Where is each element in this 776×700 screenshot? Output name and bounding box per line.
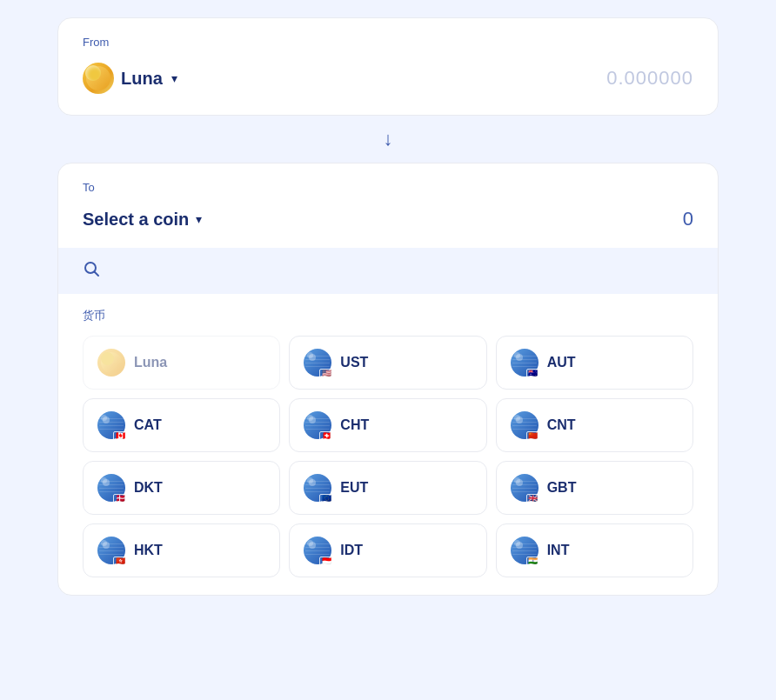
coin-item-hkt[interactable]: 🇭🇰 HKT	[83, 523, 280, 577]
currency-section: 货币 Luna 🇺🇸 UST	[58, 294, 718, 595]
coin-item-gbt[interactable]: 🇬🇧 GBT	[496, 461, 693, 515]
swap-arrow-container[interactable]: ↓	[57, 116, 719, 163]
coin-name-hkt: HKT	[134, 543, 163, 558]
coin-name-ust: UST	[340, 355, 368, 370]
from-label: From	[83, 36, 693, 49]
coin-name-cat: CAT	[134, 417, 162, 433]
coin-item-dkt[interactable]: 🇩🇰 DKT	[83, 461, 280, 515]
coin-icon-aut: 🇦🇺	[511, 349, 539, 377]
coin-icon-luna	[97, 349, 125, 377]
coin-icon-hkt: 🇭🇰	[97, 537, 125, 564]
coin-name-cht: CHT	[340, 417, 369, 433]
coin-item-ust[interactable]: 🇺🇸 UST	[289, 336, 486, 390]
coin-name-idt: IDT	[340, 543, 363, 558]
coin-name-dkt: DKT	[134, 480, 163, 496]
search-input[interactable]	[110, 263, 693, 279]
coin-name-gbt: GBT	[547, 480, 577, 496]
coin-item-cnt[interactable]: 🇨🇳 CNT	[496, 398, 693, 452]
search-bar	[58, 248, 718, 294]
search-icon	[83, 260, 100, 282]
to-top-section: To Select a coin ▾ 0	[58, 163, 718, 248]
coin-item-aut[interactable]: 🇦🇺 AUT	[496, 336, 693, 390]
coin-icon-cnt: 🇨🇳	[511, 411, 539, 439]
from-coin-name: Luna	[121, 69, 163, 89]
coin-icon-ust: 🇺🇸	[304, 349, 331, 377]
to-card: To Select a coin ▾ 0 货币	[57, 163, 719, 596]
to-coin-row: Select a coin ▾ 0	[83, 208, 693, 230]
coin-name-int: INT	[547, 543, 570, 558]
from-amount[interactable]: 0.000000	[606, 67, 693, 90]
svg-line-1	[95, 272, 99, 277]
to-amount: 0	[683, 208, 693, 230]
select-coin-text: Select a coin	[83, 210, 189, 230]
down-arrow-icon: ↓	[384, 128, 393, 150]
coin-item-idt[interactable]: 🇮🇩 IDT	[289, 523, 486, 577]
from-dropdown-arrow[interactable]: ▾	[171, 71, 177, 85]
coin-item-cht[interactable]: 🇨🇭 CHT	[289, 398, 486, 452]
currency-section-title: 货币	[83, 308, 693, 323]
coin-icon-int: 🇮🇳	[511, 537, 539, 564]
from-coin-row: Luna ▾ 0.000000	[83, 63, 693, 94]
from-card: From Luna ▾ 0.000000	[57, 17, 719, 116]
coin-item-cat[interactable]: 🇨🇦 CAT	[83, 398, 280, 452]
coin-item-int[interactable]: 🇮🇳 INT	[496, 523, 693, 577]
coin-grid: Luna 🇺🇸 UST	[83, 336, 693, 577]
coin-name-aut: AUT	[547, 355, 576, 370]
coin-name-luna: Luna	[134, 355, 167, 370]
luna-icon	[83, 63, 114, 94]
to-dropdown-arrow[interactable]: ▾	[196, 212, 202, 226]
coin-icon-gbt: 🇬🇧	[511, 474, 539, 502]
coin-icon-dkt: 🇩🇰	[97, 474, 125, 502]
app-container: From Luna ▾ 0.000000 ↓ To Select a coin …	[57, 17, 719, 596]
from-coin-selector[interactable]: Luna ▾	[83, 63, 177, 94]
coin-name-cnt: CNT	[547, 417, 576, 433]
coin-icon-idt: 🇮🇩	[304, 537, 331, 564]
coin-icon-cat: 🇨🇦	[97, 411, 125, 439]
coin-icon-cht: 🇨🇭	[304, 411, 331, 439]
to-label: To	[83, 181, 693, 194]
coin-icon-eut: 🇪🇺	[304, 474, 331, 502]
to-coin-selector[interactable]: Select a coin ▾	[83, 210, 202, 230]
coin-item-eut[interactable]: 🇪🇺 EUT	[289, 461, 486, 515]
coin-item-luna: Luna	[83, 336, 280, 390]
coin-name-eut: EUT	[340, 480, 368, 496]
